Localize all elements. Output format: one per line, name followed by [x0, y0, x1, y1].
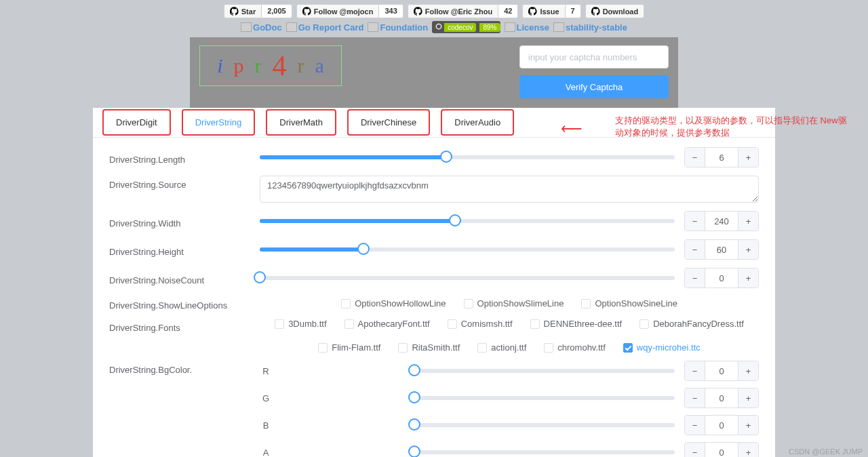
number-width-value[interactable]: [705, 212, 738, 231]
slider-bg-B[interactable]: [414, 423, 675, 427]
svg-point-0: [436, 24, 441, 29]
label-width: DriverString.Width: [109, 214, 260, 228]
number-bg-R[interactable]: − +: [684, 361, 759, 381]
decrement-button[interactable]: −: [685, 240, 705, 259]
label-length: DriverString.Length: [109, 151, 260, 165]
badges-row: GoDoc Go Report Card Foundation codecov …: [0, 21, 868, 37]
tab-drivermath[interactable]: DriverMath: [266, 109, 336, 136]
badge-license[interactable]: License: [505, 22, 549, 33]
increment-button[interactable]: +: [738, 212, 758, 231]
driver-config-card: DriverDigit DriverString DriverMath Driv…: [93, 108, 775, 457]
label-bg-A: A: [260, 448, 272, 458]
increment-button[interactable]: +: [738, 240, 758, 259]
checkbox-font-RitaSmith.ttf[interactable]: RitaSmith.ttf: [398, 342, 460, 353]
captcha-input[interactable]: [519, 45, 669, 68]
slider-length[interactable]: [260, 155, 675, 159]
github-download-button[interactable]: Download: [585, 4, 645, 18]
badge-foundation[interactable]: Foundation: [368, 22, 428, 33]
github-issue-count: 7: [566, 4, 581, 18]
annotation-arrow-icon: ⟵: [561, 120, 583, 138]
label-bg-B: B: [260, 420, 272, 431]
increment-button[interactable]: +: [738, 389, 758, 408]
label-source: DriverString.Source: [109, 176, 260, 190]
github-star-count: 2,005: [262, 4, 292, 18]
github-issue-button[interactable]: Issue: [522, 4, 565, 18]
increment-button[interactable]: +: [738, 443, 758, 457]
slider-noise[interactable]: [260, 276, 675, 280]
checkbox-OptionShowHollowLine[interactable]: OptionShowHollowLine: [341, 298, 446, 309]
checkbox-OptionShowSineLine[interactable]: OptionShowSineLine: [581, 298, 677, 309]
number-bg-A-value[interactable]: [705, 443, 738, 457]
slider-width[interactable]: [260, 219, 675, 223]
verify-captcha-button[interactable]: Verify Captcha: [519, 75, 669, 98]
label-showline: DriverString.ShowLineOptions: [109, 296, 260, 311]
decrement-button[interactable]: −: [685, 443, 705, 457]
tab-driveraudio[interactable]: DriverAudio: [441, 109, 514, 136]
decrement-button[interactable]: −: [685, 389, 705, 408]
decrement-button[interactable]: −: [685, 416, 705, 435]
slider-bg-G[interactable]: [414, 396, 675, 400]
textarea-source[interactable]: 1234567890qwertyuioplkjhgfdsazxcvbnm: [260, 176, 759, 203]
tab-driverdigit[interactable]: DriverDigit: [102, 109, 171, 136]
checkbox-font-DeborahFancyDress.ttf[interactable]: DeborahFancyDress.ttf: [639, 319, 744, 329]
number-length-value[interactable]: [705, 148, 738, 167]
github-star-button[interactable]: Star: [224, 4, 262, 18]
watermark-text: CSDN @GEEK JUMP: [789, 448, 863, 456]
label-height: DriverString.Height: [109, 243, 260, 257]
captcha-panel: ipr4ra Verify Captcha: [190, 37, 678, 108]
number-bg-R-value[interactable]: [705, 361, 738, 380]
badge-stability[interactable]: stability-stable: [553, 22, 627, 33]
badge-godoc[interactable]: GoDoc: [241, 22, 282, 33]
number-length[interactable]: − +: [684, 147, 759, 167]
number-height[interactable]: − +: [684, 239, 759, 260]
slider-bg-R[interactable]: [414, 369, 675, 373]
label-fonts: DriverString.Fonts: [109, 319, 260, 333]
github-button-bar: Star 2,005 Follow @mojocn 343 Follow @Er…: [0, 0, 868, 21]
badge-codecov[interactable]: codecov 89%: [432, 21, 500, 33]
number-bg-B[interactable]: − +: [684, 415, 759, 435]
captcha-image: ipr4ra: [199, 45, 342, 86]
number-bg-A[interactable]: − +: [684, 442, 759, 457]
number-bg-B-value[interactable]: [705, 416, 738, 435]
checkbox-font-Comismsh.ttf[interactable]: Comismsh.ttf: [448, 319, 513, 329]
github-follow-mojocn-count: 343: [379, 4, 403, 18]
label-bg-G: G: [260, 393, 272, 403]
decrement-button[interactable]: −: [685, 148, 705, 167]
decrement-button[interactable]: −: [685, 269, 705, 287]
checkbox-font-wqy-microhei.ttc[interactable]: wqy-microhei.ttc: [623, 342, 701, 353]
decrement-button[interactable]: −: [685, 361, 705, 380]
checkbox-font-actionj.ttf[interactable]: actionj.ttf: [477, 342, 526, 353]
tab-driverstring[interactable]: DriverString: [182, 109, 256, 136]
label-bgcolor: DriverString.BgColor.: [109, 361, 260, 375]
badge-goreport[interactable]: Go Report Card: [286, 22, 364, 33]
increment-button[interactable]: +: [738, 361, 758, 380]
increment-button[interactable]: +: [738, 416, 758, 435]
github-follow-eric-button[interactable]: Follow @Eric Zhou: [408, 4, 498, 18]
checkbox-font-Flim-Flam.ttf[interactable]: Flim-Flam.ttf: [318, 342, 380, 353]
driver-tabs: DriverDigit DriverString DriverMath Driv…: [93, 108, 775, 138]
number-width[interactable]: − +: [684, 211, 759, 231]
increment-button[interactable]: +: [738, 148, 758, 167]
slider-height[interactable]: [260, 247, 675, 252]
slider-bg-A[interactable]: [414, 450, 675, 454]
github-follow-eric-count: 42: [498, 4, 518, 18]
checkbox-font-chromohv.ttf[interactable]: chromohv.ttf: [544, 342, 606, 353]
checkbox-font-ApothecaryFont.ttf[interactable]: ApothecaryFont.ttf: [344, 319, 430, 329]
github-follow-mojocn-button[interactable]: Follow @mojocn: [296, 4, 380, 18]
checkbox-font-DENNEthree-dee.ttf[interactable]: DENNEthree-dee.ttf: [530, 319, 623, 329]
number-height-value[interactable]: [705, 240, 738, 259]
checkbox-OptionShowSlimeLine[interactable]: OptionShowSlimeLine: [464, 298, 564, 309]
increment-button[interactable]: +: [738, 269, 758, 287]
number-bg-G[interactable]: − +: [684, 388, 759, 408]
number-noise-value[interactable]: [705, 269, 738, 287]
decrement-button[interactable]: −: [685, 212, 705, 231]
number-bg-G-value[interactable]: [705, 389, 738, 408]
tab-driverchinese[interactable]: DriverChinese: [347, 109, 430, 136]
label-noise: DriverString.NoiseCount: [109, 271, 260, 285]
number-noise[interactable]: − +: [684, 268, 759, 288]
label-bg-R: R: [260, 366, 272, 376]
checkbox-font-3Dumb.ttf[interactable]: 3Dumb.ttf: [275, 319, 326, 329]
annotation-text: 支持的驱动类型，以及驱动的参数，可以指导我们在 New驱动对象的时候，提供参考数…: [615, 115, 852, 139]
